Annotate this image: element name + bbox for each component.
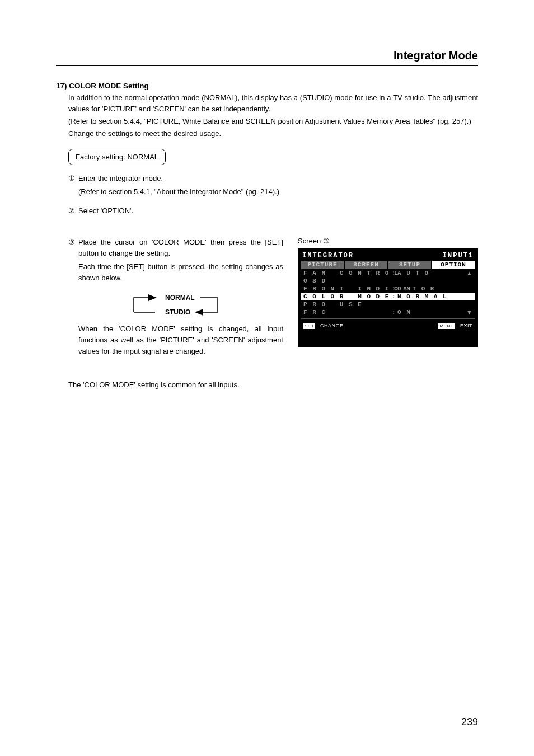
step-1-number: ① (68, 173, 78, 184)
osd-set-button-label: SET (303, 323, 315, 329)
osd-line[interactable]: F A N C O N T R O L:A U T O▲ (301, 269, 475, 277)
osd-body: F A N C O N T R O L:A U T O▲O S DF R O N… (301, 269, 475, 316)
toggle-bottom-label: STUDIO (165, 308, 190, 316)
note-2: The 'COLOR MODE' setting is common for a… (68, 379, 283, 391)
osd-tab-picture[interactable]: PICTURE (301, 261, 344, 269)
osd-line[interactable]: P R O U S E (301, 300, 475, 308)
scroll-down-icon[interactable]: ▼ (466, 308, 472, 316)
osd-line[interactable]: F R O N T I N D I C A T O R:O N (301, 285, 475, 293)
osd-line-colon: : (391, 308, 397, 316)
step-2: ② Select 'OPTION'. (68, 205, 478, 217)
section-title: Integrator Mode (56, 49, 478, 66)
intro-paragraph-2: (Refer to section 5.4.4, "PICTURE, White… (68, 116, 478, 127)
step-1: ① Enter the integrator mode. (68, 173, 478, 184)
osd-line[interactable]: F R C:O N▼ (301, 308, 475, 316)
osd-line-label: F A N C O N T R O L (303, 269, 391, 277)
step-3-text: Place the cursor on 'COLOR MODE' then pr… (78, 237, 283, 259)
osd-line-colon (391, 300, 397, 308)
osd-line-value: A U T O (397, 269, 475, 277)
step-3-sub: Each time the [SET] button is pressed, t… (78, 261, 283, 284)
osd-input: INPUT1 (443, 252, 474, 260)
osd-line-value: O N (397, 285, 475, 293)
osd-menu-button-label: MENU (438, 323, 455, 329)
step-2-number: ② (68, 205, 78, 217)
osd-bottom-hints: SET···CHANGE MENU···EXIT (301, 321, 475, 329)
osd-line-colon: : (391, 269, 397, 277)
osd-line-colon (391, 277, 397, 285)
osd-exit-label: ···EXIT (455, 323, 472, 328)
osd-line-value (397, 277, 475, 285)
toggle-top-label: NORMAL (165, 294, 195, 302)
page-number: 239 (461, 716, 478, 728)
osd-line-label: P R O U S E (303, 300, 391, 308)
osd-tab-setup[interactable]: SETUP (388, 261, 431, 269)
osd-line-value: N O R M A L (397, 293, 475, 300)
osd-menu: INTEGRATOR INPUT1 PICTURE SCREEN SETUP O… (298, 248, 478, 347)
osd-tab-option[interactable]: OPTION (432, 261, 475, 269)
step-1-sub: (Refer to section 5.4.1, "About the Inte… (78, 186, 478, 198)
osd-line[interactable]: O S D (301, 277, 475, 285)
step-3: ③ Place the cursor on 'COLOR MODE' then … (68, 237, 283, 259)
intro-paragraph-1: In addition to the normal operation mode… (68, 92, 478, 115)
heading-color-mode: 17) COLOR MODE Setting (56, 82, 478, 90)
osd-tabs: PICTURE SCREEN SETUP OPTION (301, 261, 475, 269)
osd-line-label: C O L O R M O D E (303, 293, 391, 300)
osd-line-label: F R O N T I N D I C A T O R (303, 285, 391, 293)
osd-line-label: F R C (303, 308, 391, 316)
osd-change-label: ···CHANGE (315, 323, 344, 328)
osd-line-value (397, 300, 475, 308)
intro-paragraph-3: Change the settings to meet the desired … (68, 128, 478, 139)
step-3-number: ③ (68, 237, 78, 259)
osd-line[interactable]: C O L O R M O D E:N O R M A L (301, 293, 475, 300)
step-1-text: Enter the integrator mode. (78, 173, 478, 184)
osd-tab-screen[interactable]: SCREEN (345, 261, 387, 269)
osd-line-label: O S D (303, 277, 391, 285)
screen-label: Screen ③ (298, 237, 478, 245)
osd-line-value: O N (397, 308, 475, 316)
step-2-text: Select 'OPTION'. (78, 205, 478, 217)
osd-title: INTEGRATOR (302, 252, 354, 260)
osd-separator (301, 318, 475, 319)
osd-line-colon: : (391, 285, 397, 293)
osd-line-colon: : (391, 293, 397, 300)
scroll-up-icon[interactable]: ▲ (466, 269, 472, 277)
factory-setting-box: Factory setting: NORMAL (68, 149, 166, 165)
toggle-diagram: NORMAL STUDIO (111, 291, 240, 318)
note-1: When the 'COLOR MODE' setting is changed… (78, 323, 283, 357)
